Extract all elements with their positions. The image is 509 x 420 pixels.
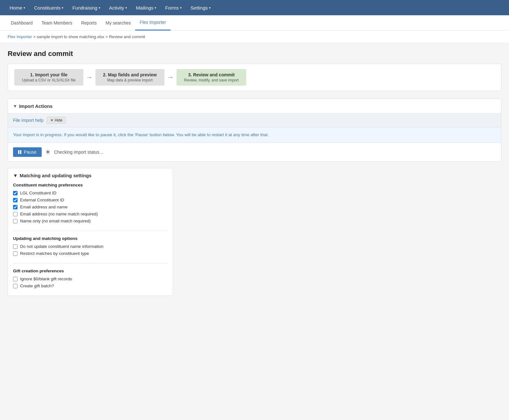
pause-button[interactable]: Pause: [13, 147, 42, 157]
wizard-step-2: 2. Map fields and preview Map data & pre…: [95, 69, 164, 86]
subnav-dashboard[interactable]: Dashboard: [6, 15, 37, 31]
matching-body: Constituent matching preferences LGL Con…: [8, 183, 173, 296]
create-batch-label[interactable]: Create gift batch?: [20, 284, 54, 288]
steps-wizard: 1. Import your file Upload a CSV or XLS/…: [8, 64, 501, 91]
breadcrumb-flex-importer-link[interactable]: Flex Importer: [8, 34, 32, 39]
pause-icon: [18, 150, 21, 154]
hide-button-label: Hide: [55, 118, 63, 122]
wizard-arrow-2: →: [167, 73, 174, 81]
file-import-help-link[interactable]: File import help: [13, 118, 44, 123]
nav-forms-label: Forms: [165, 5, 179, 10]
pref-restrict-type: Restrict matches by constituent type: [13, 251, 168, 256]
gift-prefs-group: Gift creation preferences Ignore $0/blan…: [13, 269, 168, 288]
import-actions-card: ▼ Import Actions File import help ✕ Hide…: [8, 99, 501, 162]
subnav-my-searches[interactable]: My searches: [101, 15, 135, 31]
pref-name-only: Name only (no email match required): [13, 219, 168, 223]
import-actions-header: ▼ Import Actions: [8, 99, 501, 113]
hide-button[interactable]: ✕ Hide: [47, 117, 66, 124]
constituent-prefs-title: Constituent matching preferences: [13, 183, 168, 187]
nav-mailings[interactable]: Mailings ▾: [131, 0, 161, 15]
restrict-type-label[interactable]: Restrict matches by constituent type: [20, 251, 89, 256]
pref-email-name: Email address and name: [13, 205, 168, 209]
wizard-step-2-title: 2. Map fields and preview: [103, 72, 157, 77]
no-update-name-checkbox[interactable]: [13, 244, 17, 249]
wizard-step-3-title: 3. Review and commit: [188, 72, 234, 77]
page-content: Review and commit 1. Import your file Up…: [0, 43, 509, 412]
restrict-type-checkbox[interactable]: [13, 251, 17, 256]
pause-row: Pause ✳ Checking import status...: [8, 143, 501, 161]
nav-activity-label: Activity: [109, 5, 124, 10]
subnav-reports[interactable]: Reports: [77, 15, 101, 31]
ext-id-label[interactable]: External Constituent ID: [20, 198, 64, 202]
pref-email-no-name: Email address (no name match required): [13, 212, 168, 216]
updating-title: Updating and matching options: [13, 236, 168, 241]
chevron-down-icon: ▼: [13, 104, 17, 108]
ext-id-checkbox[interactable]: [13, 198, 17, 202]
lgl-id-label[interactable]: LGL Constituent ID: [20, 191, 56, 195]
matching-section-header: ▼ Matching and updating settings: [8, 168, 173, 183]
wizard-step-3-subtitle: Review, modify, and save import: [184, 78, 239, 82]
pref-create-batch: Create gift batch?: [13, 284, 168, 288]
ignore-zero-checkbox[interactable]: [13, 277, 17, 281]
pref-ignore-zero: Ignore $0/blank gift records: [13, 276, 168, 281]
nav-activity-caret: ▾: [125, 6, 127, 10]
email-name-label[interactable]: Email address and name: [20, 205, 67, 209]
name-only-checkbox[interactable]: [13, 219, 17, 223]
wizard-step-1-title: 1. Import your file: [30, 72, 67, 77]
nav-home-label: Home: [10, 5, 22, 10]
pref-ext-id: External Constituent ID: [13, 198, 168, 202]
breadcrumb-separator: >: [33, 34, 37, 39]
nav-settings[interactable]: Settings ▾: [186, 0, 215, 15]
pref-no-update-name: Do not update constituent name informati…: [13, 244, 168, 249]
email-no-name-checkbox[interactable]: [13, 212, 17, 216]
hide-icon: ✕: [50, 118, 53, 122]
wizard-arrow-1: →: [86, 73, 93, 81]
constituent-prefs-group: Constituent matching preferences LGL Con…: [13, 183, 168, 231]
matching-settings-card: ▼ Matching and updating settings Constit…: [8, 168, 173, 296]
nav-constituents-caret: ▾: [62, 6, 63, 10]
no-update-name-label[interactable]: Do not update constituent name informati…: [20, 244, 103, 249]
ignore-zero-label[interactable]: Ignore $0/blank gift records: [20, 276, 72, 281]
two-column-layout: ▼ Matching and updating settings Constit…: [8, 168, 501, 296]
import-actions-title: Import Actions: [19, 103, 52, 109]
nav-constituents[interactable]: Constituents ▾: [30, 0, 68, 15]
nav-forms[interactable]: Forms ▾: [161, 0, 186, 15]
email-name-checkbox[interactable]: [13, 205, 17, 209]
nav-settings-label: Settings: [191, 5, 208, 10]
nav-constituents-label: Constituents: [34, 5, 60, 10]
nav-fundraising-label: Fundraising: [72, 5, 97, 10]
nav-mailings-label: Mailings: [136, 5, 153, 10]
name-only-label[interactable]: Name only (no email match required): [20, 219, 91, 223]
nav-forms-caret: ▾: [180, 6, 182, 10]
wizard-step-1-subtitle: Upload a CSV or XLS/XLSX file: [22, 78, 76, 82]
breadcrumb: Flex Importer > sample import to show ma…: [0, 31, 509, 43]
breadcrumb-separator2: >: [105, 34, 109, 39]
nav-home[interactable]: Home ▾: [5, 0, 30, 15]
page-title: Review and commit: [8, 50, 501, 58]
breadcrumb-current: Review and commit: [109, 34, 145, 39]
nav-fundraising[interactable]: Fundraising ▾: [68, 0, 104, 15]
left-column: ▼ Matching and updating settings Constit…: [8, 168, 173, 296]
help-bar: File import help ✕ Hide: [8, 113, 501, 127]
breadcrumb-file: sample import to show matching.xlsx: [37, 34, 104, 39]
checking-status-text: Checking import status...: [54, 150, 103, 155]
wizard-step-3: 3. Review and commit Review, modify, and…: [177, 69, 247, 86]
nav-home-caret: ▾: [24, 6, 25, 10]
top-navigation: Home ▾ Constituents ▾ Fundraising ▾ Acti…: [0, 0, 509, 15]
subnav-flex-importer[interactable]: Flex Importer: [135, 15, 170, 31]
pause-button-label: Pause: [24, 150, 37, 155]
wizard-step-2-subtitle: Map data & preview import: [107, 78, 153, 82]
nav-fundraising-caret: ▾: [99, 6, 100, 10]
sub-navigation: Dashboard Team Members Reports My search…: [0, 15, 509, 31]
wizard-step-1: 1. Import your file Upload a CSV or XLS/…: [14, 69, 83, 86]
email-no-name-label[interactable]: Email address (no name match required): [20, 212, 98, 216]
nav-settings-caret: ▾: [209, 6, 211, 10]
chevron-down-icon-2: ▼: [13, 173, 18, 178]
lgl-id-checkbox[interactable]: [13, 191, 17, 195]
create-batch-checkbox[interactable]: [13, 284, 17, 288]
subnav-team-members[interactable]: Team Members: [37, 15, 77, 31]
import-info-message: Your import is in progress. If you would…: [8, 127, 501, 143]
nav-activity[interactable]: Activity ▾: [105, 0, 132, 15]
loading-spinner: ✳: [45, 149, 50, 156]
pref-lgl-id: LGL Constituent ID: [13, 191, 168, 195]
